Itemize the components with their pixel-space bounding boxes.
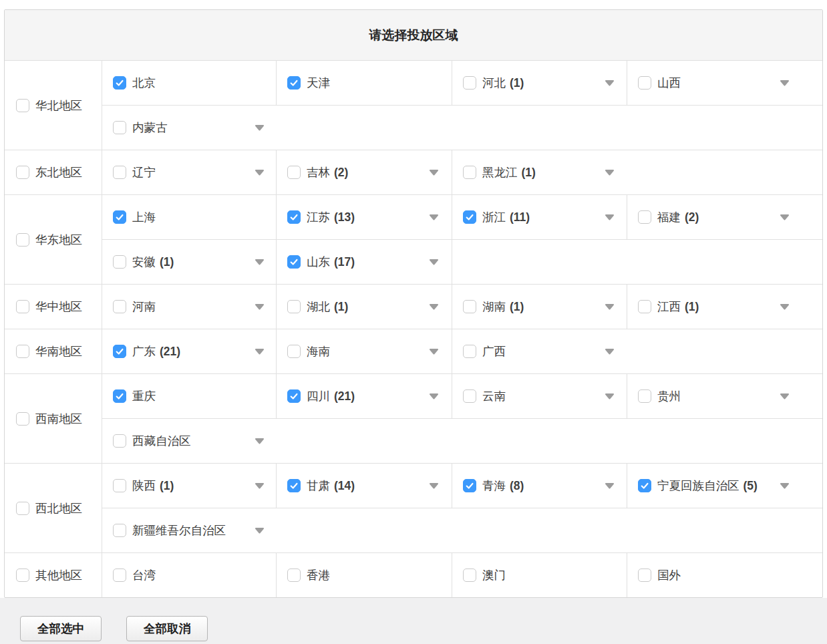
province-checkbox[interactable] bbox=[113, 389, 126, 403]
dropdown-arrow-icon[interactable] bbox=[429, 303, 439, 310]
region-checkbox[interactable] bbox=[16, 99, 29, 112]
province-checkbox[interactable] bbox=[287, 479, 301, 492]
province-checkbox[interactable] bbox=[287, 300, 301, 313]
deselect-all-button[interactable]: 全部取消 bbox=[126, 616, 208, 641]
province-checkbox[interactable] bbox=[113, 76, 126, 90]
province-checkbox[interactable] bbox=[113, 166, 126, 179]
dropdown-arrow-icon[interactable] bbox=[780, 482, 790, 489]
province-cell: 福建(2) bbox=[627, 195, 822, 239]
province-checkbox[interactable] bbox=[638, 389, 651, 403]
province-checkbox[interactable] bbox=[113, 434, 126, 448]
province-checkbox[interactable] bbox=[463, 389, 476, 403]
province-checkbox[interactable] bbox=[113, 300, 126, 313]
dropdown-arrow-icon[interactable] bbox=[429, 393, 439, 399]
province-checkbox[interactable] bbox=[638, 210, 651, 224]
dropdown-arrow-icon[interactable] bbox=[429, 169, 439, 176]
province-checkbox[interactable] bbox=[287, 345, 301, 358]
province-checkbox[interactable] bbox=[287, 166, 301, 179]
region-cell: 华中地区 bbox=[5, 285, 102, 329]
province-count: (1) bbox=[522, 166, 536, 180]
dropdown-arrow-icon[interactable] bbox=[605, 393, 615, 399]
dropdown-arrow-icon[interactable] bbox=[605, 214, 615, 220]
region-checkbox[interactable] bbox=[16, 233, 29, 247]
region-row: 西北地区陕西(1)甘肃(14)青海(8)宁夏回族自治区(5)新疆维吾尔自治区 bbox=[5, 463, 822, 552]
province-subrow: 安徽(1)山东(17) bbox=[102, 239, 822, 284]
region-checkbox[interactable] bbox=[16, 502, 29, 515]
province-checkbox[interactable] bbox=[287, 255, 301, 269]
province-column: 重庆四川(21)云南贵州西藏自治区 bbox=[102, 374, 822, 463]
province-checkbox[interactable] bbox=[287, 389, 301, 403]
province-label: 河北 bbox=[482, 75, 506, 91]
dropdown-arrow-icon[interactable] bbox=[780, 214, 790, 220]
province-checkbox[interactable] bbox=[463, 345, 476, 358]
dropdown-arrow-icon[interactable] bbox=[429, 259, 439, 265]
dropdown-arrow-icon[interactable] bbox=[255, 348, 265, 355]
region-checkbox[interactable] bbox=[16, 345, 29, 358]
region-checkbox[interactable] bbox=[16, 300, 29, 313]
province-checkbox[interactable] bbox=[287, 76, 301, 90]
province-subrow: 内蒙古 bbox=[102, 105, 822, 150]
dropdown-arrow-icon[interactable] bbox=[605, 79, 615, 86]
dropdown-arrow-icon[interactable] bbox=[429, 482, 439, 489]
dropdown-arrow-icon[interactable] bbox=[255, 438, 265, 444]
province-checkbox[interactable] bbox=[113, 569, 126, 582]
checkmark-icon bbox=[114, 389, 126, 403]
province-checkbox[interactable] bbox=[463, 479, 476, 492]
dropdown-arrow-icon[interactable] bbox=[780, 79, 790, 86]
dropdown-arrow-icon[interactable] bbox=[605, 169, 615, 176]
province-checkbox[interactable] bbox=[463, 76, 476, 90]
checkmark-icon bbox=[464, 479, 476, 492]
province-checkbox[interactable] bbox=[287, 569, 301, 582]
province-label: 青海 bbox=[482, 478, 506, 494]
dropdown-arrow-icon[interactable] bbox=[429, 214, 439, 220]
checkmark-icon bbox=[288, 255, 300, 269]
dropdown-arrow-icon[interactable] bbox=[605, 348, 615, 355]
region-checkbox[interactable] bbox=[16, 569, 29, 582]
dropdown-arrow-icon[interactable] bbox=[255, 527, 265, 534]
province-checkbox[interactable] bbox=[638, 569, 651, 582]
dropdown-arrow-icon[interactable] bbox=[605, 303, 615, 310]
province-checkbox[interactable] bbox=[287, 210, 301, 224]
region-selector-panel: 请选择投放区域 华北地区北京天津河北(1)山西内蒙古东北地区辽宁吉林(2)黑龙江… bbox=[4, 9, 823, 598]
province-checkbox[interactable] bbox=[113, 345, 126, 358]
province-cell: 湖北(1) bbox=[276, 285, 452, 329]
dropdown-arrow-icon[interactable] bbox=[780, 393, 790, 399]
dropdown-arrow-icon[interactable] bbox=[605, 482, 615, 489]
select-all-button[interactable]: 全部选中 bbox=[20, 616, 102, 641]
dropdown-arrow-icon[interactable] bbox=[255, 482, 265, 489]
dropdown-arrow-icon[interactable] bbox=[780, 303, 790, 310]
province-checkbox[interactable] bbox=[113, 210, 126, 224]
province-checkbox[interactable] bbox=[463, 166, 476, 179]
province-column: 广东(21)海南广西 bbox=[102, 329, 822, 373]
dropdown-arrow-icon[interactable] bbox=[255, 124, 265, 131]
dropdown-arrow-icon[interactable] bbox=[255, 169, 265, 176]
province-checkbox[interactable] bbox=[638, 300, 651, 313]
province-label: 广西 bbox=[482, 343, 506, 359]
province-checkbox[interactable] bbox=[113, 255, 126, 269]
province-checkbox[interactable] bbox=[463, 569, 476, 582]
province-checkbox[interactable] bbox=[638, 76, 651, 90]
province-checkbox[interactable] bbox=[113, 524, 126, 537]
province-subrow: 陕西(1)甘肃(14)青海(8)宁夏回族自治区(5) bbox=[102, 464, 822, 508]
dropdown-arrow-icon[interactable] bbox=[255, 303, 265, 310]
province-cell: 四川(21) bbox=[276, 374, 452, 418]
province-checkbox[interactable] bbox=[113, 121, 126, 134]
province-count: (1) bbox=[334, 300, 348, 314]
province-subrow: 北京天津河北(1)山西 bbox=[102, 61, 822, 105]
province-label: 国外 bbox=[657, 567, 681, 583]
province-checkbox[interactable] bbox=[638, 479, 651, 492]
province-count: (21) bbox=[334, 389, 355, 404]
province-cell: 江苏(13) bbox=[276, 195, 452, 239]
province-checkbox[interactable] bbox=[113, 479, 126, 492]
dropdown-arrow-icon[interactable] bbox=[429, 348, 439, 355]
province-checkbox[interactable] bbox=[463, 210, 476, 224]
province-checkbox[interactable] bbox=[463, 300, 476, 313]
region-checkbox[interactable] bbox=[16, 166, 29, 179]
province-label: 甘肃 bbox=[307, 478, 330, 494]
province-label: 江苏 bbox=[307, 209, 330, 225]
province-label: 北京 bbox=[132, 75, 156, 91]
region-row: 其他地区台湾香港澳门国外 bbox=[5, 552, 822, 597]
dropdown-arrow-icon[interactable] bbox=[255, 259, 265, 265]
region-checkbox[interactable] bbox=[16, 412, 29, 426]
province-cell: 云南 bbox=[452, 374, 627, 418]
